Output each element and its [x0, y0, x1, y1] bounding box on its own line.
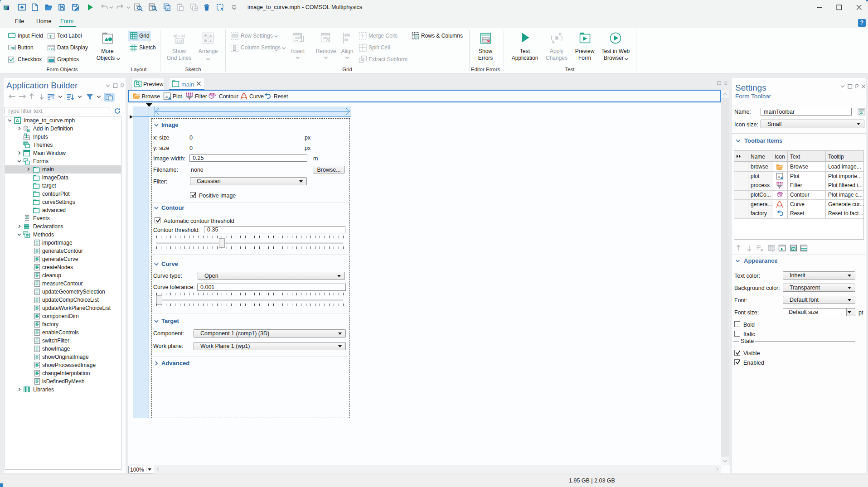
svg-text:1.23: 1.23 — [48, 48, 54, 51]
svg-text:OK: OK — [11, 47, 15, 50]
svg-text:T: T — [49, 34, 53, 39]
svg-text:1.23: 1.23 — [176, 40, 183, 43]
